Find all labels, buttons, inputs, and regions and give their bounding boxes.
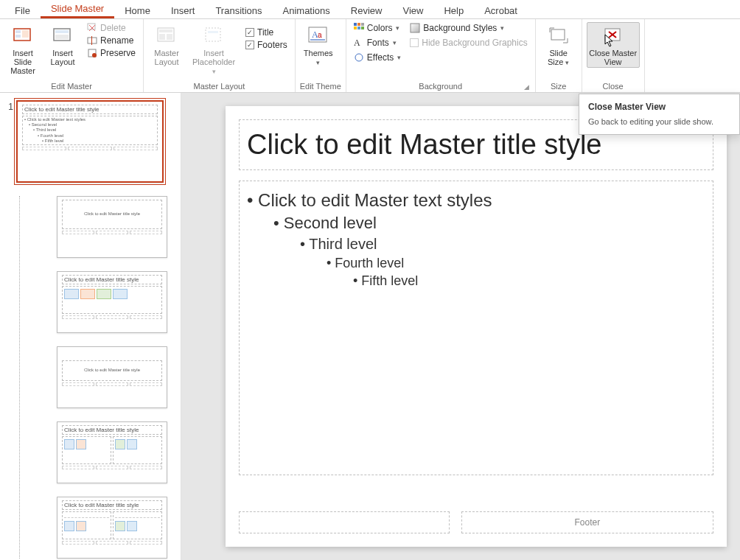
insert-layout-icon: [51, 24, 74, 47]
insert-slide-master-icon: [11, 24, 35, 47]
ribbon: Insert Slide Master Insert Layout Delete…: [0, 19, 740, 93]
bullet-level-2[interactable]: Second level: [247, 212, 705, 234]
thumb-title: Click to edit Master title style: [62, 275, 162, 284]
preserve-label: Preserve: [100, 48, 136, 58]
tab-file[interactable]: File: [4, 2, 41, 18]
background-styles-button[interactable]: Background Styles▾: [407, 22, 530, 34]
thumb-title: Click to edit Master title style: [22, 105, 158, 114]
group-edit-theme: Aa Themes▾ Edit Theme: [296, 19, 346, 92]
preserve-button[interactable]: Preserve: [84, 47, 139, 59]
rename-icon: [87, 35, 97, 46]
group-close: Close Master View Close: [582, 19, 645, 92]
tab-acrobat[interactable]: Acrobat: [474, 2, 528, 18]
thumb-body: [62, 286, 162, 314]
tab-insert[interactable]: Insert: [161, 2, 206, 18]
master-thumbnail[interactable]: Click to edit Master title style • Click…: [16, 100, 164, 183]
body-placeholder[interactable]: Click to edit Master text styles Second …: [239, 181, 713, 475]
thumb-body: [62, 511, 111, 539]
tab-slide-master[interactable]: Slide Master: [41, 0, 114, 18]
layout-thumbnail[interactable]: Click to edit Master title style: [57, 421, 167, 483]
bullet-level-3[interactable]: Third level: [247, 234, 705, 254]
slide-size-label: Slide Size ▾: [542, 49, 576, 67]
bullet-level-5[interactable]: Fifth level: [247, 272, 705, 290]
group-edit-master-label: Edit Master: [4, 80, 139, 92]
rename-button[interactable]: Rename: [84, 35, 139, 46]
workspace: 1 Click to edit Master title style • Cli…: [0, 93, 740, 560]
group-master-layout: Master Layout Insert Placeholder ▾ ✓ Tit…: [144, 19, 296, 92]
insert-layout-button[interactable]: Insert Layout: [44, 22, 81, 68]
footer-row: Footer: [239, 511, 713, 533]
dialog-launcher-icon[interactable]: ◢: [524, 83, 529, 91]
chevron-down-icon: ▾: [500, 24, 504, 32]
svg-rect-26: [361, 23, 364, 26]
date-placeholder[interactable]: [239, 511, 450, 533]
master-layout-label: Master Layout: [150, 49, 184, 66]
bullet-level-4[interactable]: Fourth level: [247, 254, 705, 272]
layout-thumbnail[interactable]: Click to edit Master title style: [57, 497, 167, 559]
tab-animations[interactable]: Animations: [273, 2, 341, 18]
svg-point-13: [92, 53, 97, 57]
layout-thumbnail[interactable]: Click to edit Master title style: [57, 346, 167, 408]
title-checkbox[interactable]: ✓ Title: [242, 27, 290, 38]
insert-slide-master-button[interactable]: Insert Slide Master: [4, 22, 41, 77]
thumb-title: Click to edit Master title style: [62, 500, 162, 510]
svg-rect-1: [15, 30, 21, 33]
svg-rect-29: [361, 27, 364, 29]
layout-thumbnail[interactable]: Click to edit Master title style: [57, 271, 167, 333]
rename-label: Rename: [100, 35, 133, 46]
thumbnail-panel[interactable]: 1 Click to edit Master title style • Cli…: [0, 93, 181, 560]
tab-home[interactable]: Home: [114, 2, 161, 18]
tab-review[interactable]: Review: [341, 2, 393, 18]
thumbnail-number: 1: [6, 100, 13, 112]
themes-button[interactable]: Aa Themes▾: [300, 22, 337, 69]
insert-placeholder-icon: [202, 24, 226, 47]
svg-rect-3: [22, 30, 29, 38]
master-layout-button: Master Layout: [148, 22, 185, 68]
group-master-layout-label: Master Layout: [148, 80, 290, 92]
effects-label: Effects: [367, 52, 394, 63]
effects-button[interactable]: Effects▾: [351, 52, 404, 63]
slide-size-button[interactable]: Slide Size ▾: [540, 22, 577, 69]
bullet-level-1[interactable]: Click to edit Master text styles: [247, 189, 705, 212]
footers-checkbox[interactable]: ✓ Footers: [242, 39, 290, 51]
tooltip-close-master-view: Close Master View Go back to editing you…: [579, 94, 740, 135]
checkbox-checked-icon: ✓: [245, 41, 254, 49]
svg-text:a: a: [318, 31, 322, 39]
fonts-label: Fonts: [367, 38, 389, 48]
group-background: Colors▾ A Fonts▾ Effects▾ Background Sty…: [346, 19, 536, 92]
svg-rect-24: [354, 23, 357, 26]
thumb-body: • Click to edit Master text styles • Sec…: [22, 116, 158, 145]
hide-background-label: Hide Background Graphics: [422, 38, 527, 48]
thumb-body: [113, 511, 162, 539]
fonts-button[interactable]: A Fonts▾: [351, 37, 404, 49]
svg-rect-15: [159, 29, 172, 32]
tab-view[interactable]: View: [392, 2, 433, 18]
slide-canvas[interactable]: Click to edit Master title style Click t…: [226, 106, 727, 547]
colors-button[interactable]: Colors▾: [351, 22, 404, 34]
chevron-down-icon: ▾: [396, 24, 399, 32]
insert-layout-label: Insert Layout: [46, 49, 80, 66]
thumb-body: [113, 436, 162, 464]
checkbox-unchecked-icon: [410, 38, 419, 47]
fonts-icon: A: [354, 38, 364, 48]
group-size-label: Size: [540, 80, 577, 92]
svg-rect-17: [167, 34, 172, 40]
tooltip-body: Go back to editing your slide show.: [588, 116, 730, 127]
slide-editor[interactable]: Click to edit Master title style Click t…: [181, 93, 740, 560]
footer-placeholder[interactable]: Footer: [461, 511, 713, 533]
svg-rect-27: [354, 27, 357, 29]
background-styles-icon: [410, 23, 420, 33]
close-master-view-label: Close Master View: [588, 49, 638, 66]
tab-help[interactable]: Help: [433, 2, 474, 18]
layout-thumbnail[interactable]: Click to edit Master title style: [57, 196, 167, 258]
tab-transitions[interactable]: Transitions: [205, 2, 272, 18]
svg-rect-33: [551, 29, 565, 40]
insert-placeholder-label: Insert Placeholder ▾: [189, 49, 238, 76]
svg-rect-32: [411, 24, 419, 32]
svg-rect-25: [357, 23, 360, 26]
close-master-view-button[interactable]: Close Master View: [587, 22, 640, 68]
chevron-down-icon: ▾: [393, 39, 397, 46]
delete-icon: [87, 23, 97, 33]
themes-label: Themes▾: [304, 49, 333, 67]
svg-rect-19: [208, 31, 218, 33]
